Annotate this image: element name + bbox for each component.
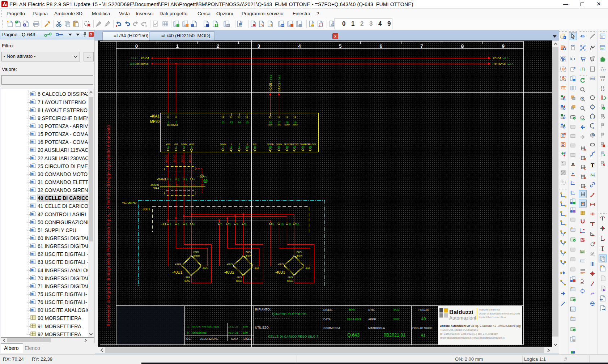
svg-text:T: T bbox=[591, 162, 595, 168]
svg-text:4: 4 bbox=[298, 43, 301, 49]
svg-text:7: 7 bbox=[420, 43, 423, 49]
svg-text:5: 5 bbox=[339, 43, 342, 49]
svg-text:D: D bbox=[584, 176, 586, 180]
svg-text:Automazioni: Automazioni bbox=[449, 315, 476, 321]
svg-text:B: B bbox=[584, 157, 586, 161]
svg-text:0: 0 bbox=[135, 43, 138, 49]
svg-text:1 2 3: 1 2 3 bbox=[600, 69, 606, 72]
svg-text:info@balduzziautomazioni.it |: info@balduzziautomazioni.it | www.balduz… bbox=[440, 337, 505, 339]
svg-text:6: 6 bbox=[380, 43, 383, 49]
svg-text:C: C bbox=[584, 167, 586, 170]
svg-text:1 2: 1 2 bbox=[601, 88, 604, 91]
svg-text:Quadri di automazione e distri: Quadri di automazione e distribuzione bbox=[479, 312, 520, 315]
svg-text:Balduzzi Automazioni Srl via I: Balduzzi Automazioni Srl via Ing. V. Bal… bbox=[440, 325, 521, 327]
svg-text:Impianti bordo macchina: Impianti bordo macchina bbox=[479, 316, 506, 319]
svg-text:Balduzzi: Balduzzi bbox=[449, 309, 473, 315]
svg-text:1: 1 bbox=[176, 43, 179, 49]
svg-text:3: 3 bbox=[258, 43, 260, 49]
svg-text:9: 9 bbox=[502, 43, 505, 49]
svg-text:100: 100 bbox=[580, 118, 584, 121]
svg-text:tel. 0346.090278 / 0346.090271: tel. 0346.090278 / 0346.090271 | cell: 3… bbox=[440, 333, 498, 335]
svg-text:|T|: |T| bbox=[581, 67, 585, 71]
svg-text:8: 8 bbox=[461, 43, 464, 49]
svg-text:128: 128 bbox=[581, 251, 585, 253]
svg-text:A: A bbox=[584, 148, 586, 151]
svg-text:E: E bbox=[584, 185, 586, 189]
svg-text:Ingegneria elettrica: Ingegneria elettrica bbox=[479, 308, 500, 311]
svg-text:1 2: 1 2 bbox=[601, 78, 604, 82]
svg-text:2: 2 bbox=[217, 43, 220, 49]
svg-text:P.IVA e Cod.Fiscale 0427588016: P.IVA e Cod.Fiscale 04275880161 | bbox=[440, 329, 480, 331]
